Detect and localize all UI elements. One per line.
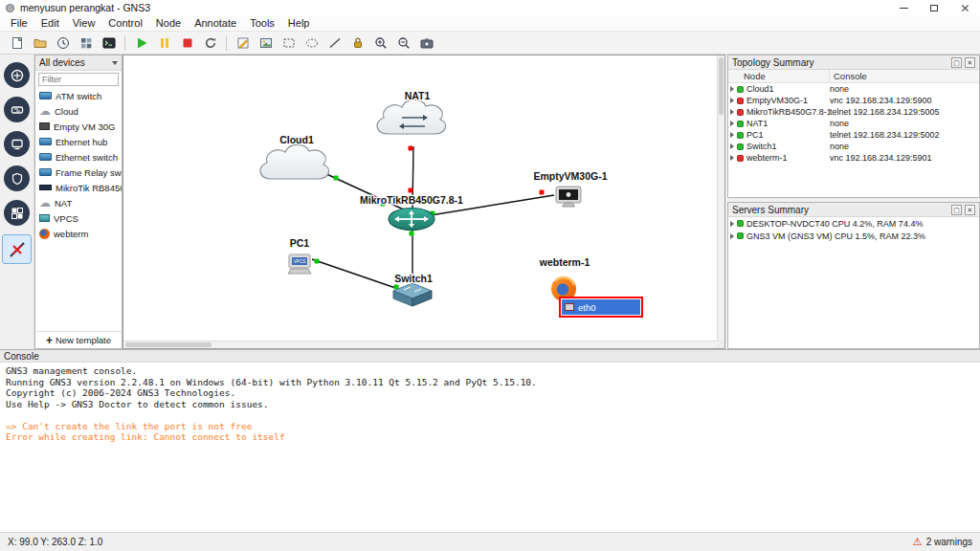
device-template-atm-switch[interactable]: ATM switch — [35, 88, 122, 103]
server-status-led — [737, 220, 744, 227]
device-label: Empty VM 30G — [54, 121, 115, 132]
device-filter-input[interactable] — [38, 73, 119, 86]
link-pc1-switch1[interactable] — [312, 259, 401, 290]
console-connect-button[interactable] — [98, 33, 120, 53]
suspend-pause-icon — [157, 35, 172, 51]
canvas-horizontal-scrollbar[interactable] — [123, 341, 717, 348]
topology-canvas[interactable]: NAT1 Cloud1 MikroTikRB450G7.8-1 — [122, 55, 725, 349]
topology-row-webterm[interactable]: webterm-1 vnc 192.168.234.129:5901 — [728, 152, 979, 164]
topology-row-pc1[interactable]: PC1 telnet 192.168.234.129:5002 — [728, 129, 979, 141]
expand-arrow-icon[interactable] — [730, 221, 734, 227]
reload-icon — [203, 35, 218, 51]
screenshot-button[interactable] — [415, 33, 437, 53]
device-template-empty-vm[interactable]: Empty VM 30G — [35, 119, 122, 134]
start-button[interactable] — [130, 33, 152, 53]
column-header-console[interactable]: Console — [830, 70, 979, 82]
close-button[interactable] — [949, 0, 980, 15]
device-template-ethernet-hub[interactable]: Ethernet hub — [35, 134, 122, 149]
device-template-vpcs[interactable]: VPCS — [35, 210, 122, 226]
maximize-button[interactable] — [919, 0, 949, 15]
topology-row-emptyvm[interactable]: EmptyVM30G-1 vnc 192.168.234.129:5900 — [728, 95, 979, 106]
devices-panel-header[interactable]: All devices — [35, 55, 122, 71]
snapshot-clock-icon — [56, 35, 71, 51]
browse-switches-button[interactable] — [4, 97, 30, 122]
topology-row-cloud1[interactable]: Cloud1 none — [728, 83, 979, 95]
ethernet-hub-icon — [39, 138, 52, 145]
browse-all-devices-button[interactable] — [4, 200, 30, 226]
browse-security-devices-button[interactable] — [4, 165, 30, 191]
node-emptyvm[interactable] — [556, 187, 581, 207]
canvas-vertical-scrollbar[interactable] — [717, 55, 724, 341]
suspend-button[interactable] — [153, 33, 175, 53]
device-template-ethernet-switch[interactable]: Ethernet switch — [35, 149, 122, 165]
browse-routers-button[interactable] — [4, 62, 30, 88]
node-label-cloud1: Cloud1 — [279, 134, 314, 145]
menu-file[interactable]: File — [4, 17, 34, 29]
expand-arrow-icon[interactable] — [730, 143, 734, 149]
expand-arrow-icon[interactable] — [730, 155, 734, 161]
close-icon[interactable]: ✕ — [965, 205, 975, 215]
device-template-nat[interactable]: ☁NAT — [35, 195, 122, 210]
device-template-frame-relay-switch[interactable]: Frame Relay switch — [35, 165, 122, 180]
expand-arrow-icon[interactable] — [730, 233, 734, 239]
adapter-option-eth0[interactable]: eth0 — [562, 299, 640, 315]
open-project-button[interactable] — [29, 33, 51, 53]
zoom-in-button[interactable] — [369, 33, 391, 53]
expand-arrow-icon[interactable] — [730, 109, 734, 115]
node-pc1[interactable]: VPCS — [288, 254, 311, 274]
expand-arrow-icon[interactable] — [730, 98, 734, 103]
server-row-gns3vm[interactable]: GNS3 VM (GNS3 VM) CPU 1.5%, RAM 22.3% — [728, 230, 979, 242]
node-switch1[interactable] — [393, 283, 432, 306]
vertical-scroll-thumb[interactable] — [719, 57, 724, 115]
add-note-button[interactable] — [232, 33, 254, 53]
add-link-button[interactable] — [2, 234, 32, 264]
menu-help[interactable]: Help — [281, 17, 317, 29]
menu-control[interactable]: Control — [101, 17, 148, 29]
draw-line-button[interactable] — [323, 33, 345, 53]
menu-node[interactable]: Node — [149, 17, 188, 29]
browse-end-devices-button[interactable] — [4, 131, 30, 157]
note-icon — [235, 35, 251, 51]
cloud-icon: ☁ — [39, 106, 51, 116]
topology-row-switch1[interactable]: Switch1 none — [728, 141, 979, 152]
draw-rectangle-button[interactable] — [278, 33, 300, 53]
topology-row-mikrotik[interactable]: MikroTikRB450G7.8-1 telnet 192.168.234.1… — [728, 106, 979, 118]
undock-icon[interactable]: ▢ — [951, 57, 962, 68]
menu-edit[interactable]: Edit — [34, 17, 66, 29]
zoom-out-button[interactable] — [392, 33, 414, 53]
stop-button[interactable] — [176, 33, 198, 53]
undock-icon[interactable]: ▢ — [951, 205, 962, 215]
node-mikrotik-router[interactable] — [389, 209, 434, 231]
reload-button[interactable] — [199, 33, 221, 53]
console-output[interactable]: GNS3 management console. Running GNS3 ve… — [0, 363, 980, 532]
snapshot-button[interactable] — [52, 33, 74, 53]
topology-row-nat1[interactable]: NAT1 none — [728, 118, 979, 129]
project-settings-button[interactable] — [75, 33, 97, 53]
adapter-option-label: eth0 — [578, 302, 596, 313]
lock-button[interactable] — [346, 33, 368, 53]
draw-ellipse-button[interactable] — [301, 33, 323, 53]
stop-icon — [180, 35, 195, 51]
column-header-node[interactable]: Node — [728, 70, 830, 82]
menu-annotate[interactable]: Annotate — [188, 17, 243, 29]
insert-image-button[interactable] — [255, 33, 277, 53]
new-template-button[interactable]: + New template — [35, 331, 122, 348]
new-project-button[interactable] — [6, 33, 28, 53]
device-template-mikrotik[interactable]: MikroTik RB8450G... — [35, 180, 122, 195]
expand-arrow-icon[interactable] — [730, 86, 734, 92]
menu-tools[interactable]: Tools — [243, 17, 281, 29]
device-template-cloud[interactable]: ☁Cloud — [35, 103, 122, 119]
menu-view[interactable]: View — [66, 17, 102, 29]
status-led — [737, 132, 744, 139]
close-icon[interactable]: ✕ — [965, 57, 975, 68]
minimize-button[interactable] — [888, 0, 919, 15]
device-template-webterm[interactable]: webterm — [35, 226, 122, 241]
horizontal-scroll-thumb[interactable] — [125, 342, 212, 347]
expand-arrow-icon[interactable] — [730, 121, 734, 126]
console-line: Use Help -> GNS3 Doctor to detect common… — [6, 399, 974, 410]
server-row-desktop[interactable]: DESKTOP-NVDCT40 CPU 4.2%, RAM 74.4% — [728, 217, 979, 230]
warnings-indicator[interactable]: ⚠ 2 warnings — [913, 537, 972, 547]
node-cloud1[interactable] — [260, 144, 329, 179]
node-nat1[interactable] — [377, 99, 446, 134]
expand-arrow-icon[interactable] — [730, 132, 734, 138]
